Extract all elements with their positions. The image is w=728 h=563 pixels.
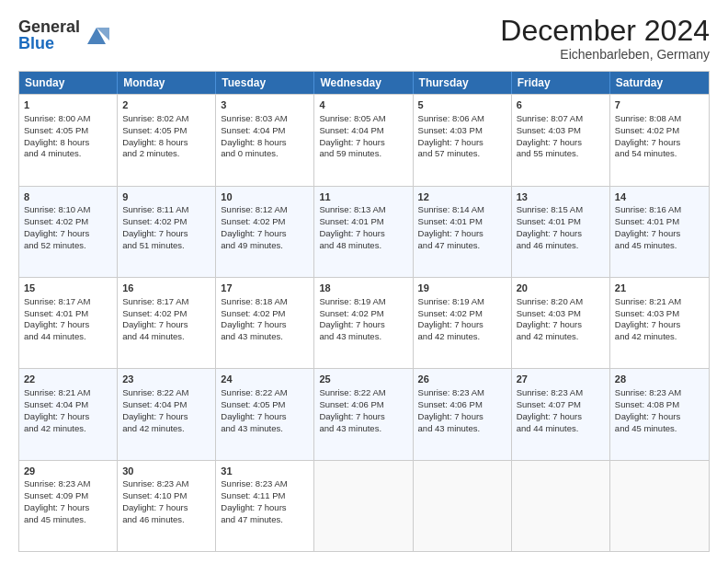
calendar-cell-empty-5 <box>512 461 610 551</box>
day-info-line-0: Sunrise: 8:22 AM <box>122 387 210 399</box>
header-day-sunday: Sunday <box>19 72 118 94</box>
page: General Blue December 2024 Eichenbarlebe… <box>0 0 728 563</box>
day-number: 11 <box>319 190 407 204</box>
day-info-line-2: Daylight: 7 hours <box>418 411 506 423</box>
calendar-cell-8: 8Sunrise: 8:10 AMSunset: 4:02 PMDaylight… <box>19 187 118 277</box>
day-number: 4 <box>319 98 407 112</box>
day-info-line-3: and 47 minutes. <box>418 240 506 252</box>
header-day-monday: Monday <box>118 72 216 94</box>
calendar-cell-2: 2Sunrise: 8:02 AMSunset: 4:05 PMDaylight… <box>118 95 216 185</box>
day-info-line-3: and 42 minutes. <box>122 423 210 435</box>
calendar-cell-9: 9Sunrise: 8:11 AMSunset: 4:02 PMDaylight… <box>118 187 216 277</box>
calendar-cell-7: 7Sunrise: 8:08 AMSunset: 4:02 PMDaylight… <box>610 95 709 185</box>
day-info-line-3: and 43 minutes. <box>418 423 506 435</box>
day-info-line-0: Sunrise: 8:23 AM <box>221 478 309 490</box>
day-info-line-0: Sunrise: 8:21 AM <box>24 387 112 399</box>
day-info-line-3: and 55 minutes. <box>517 148 605 160</box>
calendar-cell-11: 11Sunrise: 8:13 AMSunset: 4:01 PMDayligh… <box>314 187 413 277</box>
day-number: 22 <box>24 373 112 386</box>
day-info-line-0: Sunrise: 8:13 AM <box>319 204 407 216</box>
day-info-line-3: and 42 minutes. <box>615 331 704 343</box>
calendar: SundayMondayTuesdayWednesdayThursdayFrid… <box>18 71 710 552</box>
calendar-cell-empty-6 <box>610 461 709 551</box>
day-info-line-3: and 42 minutes. <box>517 331 605 343</box>
day-info-line-1: Sunset: 4:02 PM <box>418 308 506 320</box>
day-info-line-1: Sunset: 4:02 PM <box>615 125 704 137</box>
day-info-line-1: Sunset: 4:02 PM <box>122 216 210 228</box>
day-number: 29 <box>24 465 112 478</box>
header-day-wednesday: Wednesday <box>314 72 413 94</box>
day-number: 9 <box>122 190 210 204</box>
day-info-line-2: Daylight: 7 hours <box>122 502 210 514</box>
day-info-line-1: Sunset: 4:05 PM <box>221 399 309 411</box>
header-day-thursday: Thursday <box>414 72 512 94</box>
calendar-cell-3: 3Sunrise: 8:03 AMSunset: 4:04 PMDaylight… <box>216 95 314 185</box>
logo-icon <box>84 22 109 48</box>
day-number: 14 <box>615 190 704 204</box>
header: General Blue December 2024 Eichenbarlebe… <box>18 15 710 62</box>
day-info-line-2: Daylight: 7 hours <box>615 319 704 331</box>
header-day-friday: Friday <box>512 72 610 94</box>
day-info-line-3: and 45 minutes. <box>615 423 704 435</box>
day-info-line-0: Sunrise: 8:08 AM <box>615 113 704 125</box>
calendar-cell-18: 18Sunrise: 8:19 AMSunset: 4:02 PMDayligh… <box>314 278 413 368</box>
calendar-cell-16: 16Sunrise: 8:17 AMSunset: 4:02 PMDayligh… <box>118 278 216 368</box>
calendar-subtitle: Eichenbarleben, Germany <box>500 47 710 62</box>
day-info-line-1: Sunset: 4:08 PM <box>615 399 704 411</box>
day-number: 21 <box>615 282 704 295</box>
day-info-line-0: Sunrise: 8:06 AM <box>418 113 506 125</box>
day-info-line-1: Sunset: 4:04 PM <box>319 125 407 137</box>
day-info-line-3: and 51 minutes. <box>122 240 210 252</box>
day-info-line-1: Sunset: 4:10 PM <box>122 490 210 502</box>
calendar-row-5: 29Sunrise: 8:23 AMSunset: 4:09 PMDayligh… <box>19 460 709 551</box>
day-info-line-3: and 44 minutes. <box>517 423 605 435</box>
day-info-line-2: Daylight: 8 hours <box>221 137 309 149</box>
calendar-cell-30: 30Sunrise: 8:23 AMSunset: 4:10 PMDayligh… <box>118 461 216 551</box>
day-number: 25 <box>319 373 407 386</box>
day-info-line-1: Sunset: 4:04 PM <box>221 125 309 137</box>
day-info-line-2: Daylight: 7 hours <box>418 137 506 149</box>
calendar-cell-14: 14Sunrise: 8:16 AMSunset: 4:01 PMDayligh… <box>610 187 709 277</box>
day-info-line-2: Daylight: 7 hours <box>319 319 407 331</box>
day-info-line-2: Daylight: 7 hours <box>615 137 704 149</box>
day-info-line-2: Daylight: 7 hours <box>221 319 309 331</box>
day-info-line-3: and 43 minutes. <box>319 331 407 343</box>
day-info-line-1: Sunset: 4:03 PM <box>517 125 605 137</box>
day-info-line-3: and 42 minutes. <box>418 331 506 343</box>
day-info-line-2: Daylight: 8 hours <box>24 137 112 149</box>
day-info-line-0: Sunrise: 8:16 AM <box>615 204 704 216</box>
day-info-line-0: Sunrise: 8:19 AM <box>319 296 407 308</box>
day-number: 15 <box>24 282 112 295</box>
calendar-cell-19: 19Sunrise: 8:19 AMSunset: 4:02 PMDayligh… <box>414 278 512 368</box>
day-info-line-3: and 48 minutes. <box>319 240 407 252</box>
day-info-line-1: Sunset: 4:07 PM <box>517 399 605 411</box>
calendar-cell-empty-3 <box>314 461 413 551</box>
day-info-line-1: Sunset: 4:06 PM <box>319 399 407 411</box>
day-info-line-3: and 57 minutes. <box>418 148 506 160</box>
day-info-line-1: Sunset: 4:04 PM <box>24 399 112 411</box>
day-info-line-0: Sunrise: 8:10 AM <box>24 204 112 216</box>
day-info-line-2: Daylight: 7 hours <box>517 228 605 240</box>
calendar-cell-6: 6Sunrise: 8:07 AMSunset: 4:03 PMDaylight… <box>512 95 610 185</box>
day-info-line-1: Sunset: 4:02 PM <box>221 216 309 228</box>
day-info-line-1: Sunset: 4:01 PM <box>319 216 407 228</box>
day-number: 24 <box>221 373 309 386</box>
day-info-line-0: Sunrise: 8:14 AM <box>418 204 506 216</box>
day-info-line-2: Daylight: 7 hours <box>24 228 112 240</box>
day-info-line-1: Sunset: 4:09 PM <box>24 490 112 502</box>
day-info-line-2: Daylight: 7 hours <box>122 319 210 331</box>
calendar-cell-31: 31Sunrise: 8:23 AMSunset: 4:11 PMDayligh… <box>216 461 314 551</box>
day-info-line-1: Sunset: 4:05 PM <box>24 125 112 137</box>
day-info-line-1: Sunset: 4:06 PM <box>418 399 506 411</box>
day-info-line-1: Sunset: 4:02 PM <box>319 308 407 320</box>
calendar-cell-25: 25Sunrise: 8:22 AMSunset: 4:06 PMDayligh… <box>314 369 413 459</box>
calendar-cell-21: 21Sunrise: 8:21 AMSunset: 4:03 PMDayligh… <box>610 278 709 368</box>
day-info-line-2: Daylight: 7 hours <box>319 411 407 423</box>
day-info-line-3: and 43 minutes. <box>221 423 309 435</box>
day-number: 20 <box>517 282 605 295</box>
day-info-line-2: Daylight: 7 hours <box>24 319 112 331</box>
day-info-line-3: and 46 minutes. <box>517 240 605 252</box>
day-info-line-3: and 2 minutes. <box>122 148 210 160</box>
day-info-line-3: and 46 minutes. <box>122 514 210 526</box>
day-info-line-0: Sunrise: 8:17 AM <box>122 296 210 308</box>
